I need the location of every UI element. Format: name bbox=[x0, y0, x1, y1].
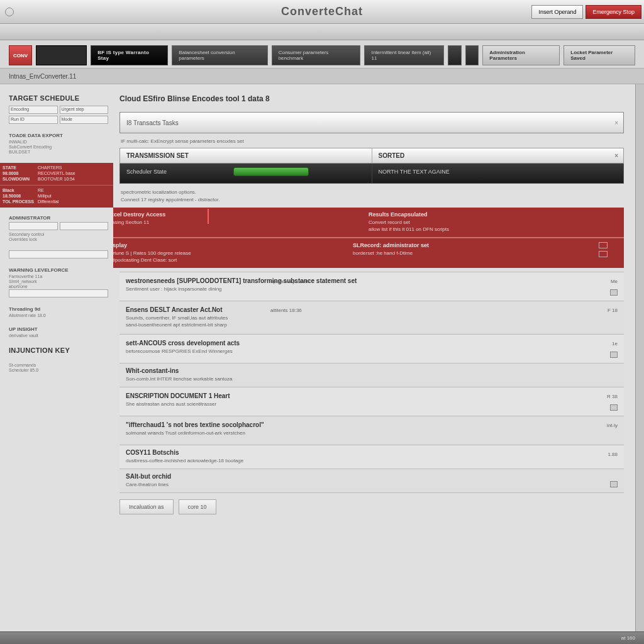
alert-heading: SLRecord: administrator set bbox=[353, 242, 586, 248]
sidebar-cell[interactable]: Run ID bbox=[9, 116, 58, 124]
meta-line: Connect 17 registry appointment - distra… bbox=[121, 196, 623, 204]
toolbar-save-button[interactable]: Locket Parameter Saved bbox=[564, 45, 635, 65]
split-header-right-text: SORTED bbox=[379, 152, 405, 159]
toolbar-pill-2[interactable]: Consumer parameters benchmark bbox=[272, 45, 361, 65]
split-body-left-text: Scheduler State bbox=[126, 169, 167, 175]
toolbar-pill-3[interactable]: Intermittent linear item (all) 11 bbox=[364, 45, 443, 65]
sidebar-line: derivative vault bbox=[9, 333, 108, 338]
sidebar-cell[interactable]: Mode bbox=[60, 116, 109, 124]
list-item-action-icon[interactable] bbox=[610, 481, 618, 487]
split-header-right[interactable]: SORTED× bbox=[372, 148, 624, 163]
alert-value: CHARTERS bbox=[38, 165, 62, 170]
list-item-title: sett-ANCOUS cross development acts bbox=[126, 340, 618, 347]
list-item-right: 1e bbox=[612, 341, 618, 347]
sidebar-line: Farmoverthe 11a bbox=[9, 274, 108, 279]
list-item[interactable]: "iffterchaud1 's not bres textine socolp… bbox=[119, 416, 624, 445]
results-list: westronesneeds [SUPPLOODOTENT1] transfor… bbox=[119, 272, 624, 493]
marker-icon bbox=[208, 209, 209, 224]
list-item-right: int-ly bbox=[607, 423, 618, 428]
list-item-action-icon[interactable] bbox=[610, 404, 618, 411]
filter-hint: IF multi-calc: ExEncrypt sense parameter… bbox=[119, 138, 624, 144]
alert-label: STATE bbox=[3, 165, 34, 170]
breadcrumb-text: Intnas_EnvConverter.11 bbox=[9, 73, 76, 80]
close-icon[interactable]: × bbox=[614, 152, 618, 159]
list-item-sub: Son-comb.int IHTER lienchse workable san… bbox=[126, 376, 618, 382]
split-body-left: Scheduler State bbox=[120, 164, 372, 183]
alert-line: Fortune S | Rates 100 degree release bbox=[113, 250, 340, 256]
alert-line: Erasing Section 11 bbox=[113, 219, 356, 225]
split-header: TRANSMISSION SET SORTED× bbox=[119, 148, 624, 164]
emergency-stop-button[interactable]: Emergency Stop bbox=[586, 5, 641, 19]
page-title: Cloud ESfiro Blinse Encodes tool 1 data … bbox=[119, 94, 624, 103]
alert-heading: Excel Destroy Access bbox=[113, 211, 356, 218]
breadcrumb: Intnas_EnvConverter.11 bbox=[0, 68, 644, 84]
scrollbar[interactable] bbox=[635, 84, 644, 631]
sidebar-cell[interactable]: Urgent step bbox=[60, 106, 109, 114]
split-header-left[interactable]: TRANSMISSION SET bbox=[120, 148, 372, 163]
alert-line: antipodcasting Dent Clase: sort bbox=[113, 257, 340, 263]
progress-bar bbox=[233, 167, 309, 176]
toolbar-badge[interactable]: CONV bbox=[9, 45, 32, 65]
alert-box-icon[interactable] bbox=[599, 251, 608, 257]
sidebar-footer-a: St-commands bbox=[9, 363, 108, 367]
sidebar-footer-b: Scheduler 85.0 bbox=[9, 368, 108, 372]
list-item-title: COSY11 Botschis bbox=[126, 449, 618, 456]
insert-operand-button[interactable]: Insert Operand bbox=[531, 5, 583, 19]
alert-label: 98.0008 bbox=[3, 171, 34, 175]
sidebar-cell[interactable] bbox=[9, 289, 108, 297]
list-item[interactable]: westronesneeds [SUPPLOODOTENT1] transfor… bbox=[119, 272, 624, 301]
alert-value: RECOVERTL base bbox=[38, 171, 75, 175]
alert-label: SLOWDOWN bbox=[3, 177, 34, 181]
list-item-action-icon[interactable] bbox=[610, 289, 618, 296]
app-window: ConverteChat Insert Operand Emergency St… bbox=[0, 0, 644, 644]
toolbar-square-2[interactable] bbox=[465, 45, 479, 65]
toolbar-tab-main[interactable]: BF IS type Warranto Stay bbox=[91, 45, 168, 65]
alert-heading: Display bbox=[113, 242, 340, 248]
sidebar-cell[interactable]: Encoding bbox=[9, 106, 58, 114]
alert-box-icon[interactable] bbox=[599, 242, 608, 248]
sidebar-line: Overrides lock bbox=[9, 237, 108, 242]
sidebar-line: Allotment rate 18.0 bbox=[9, 313, 108, 318]
toolbar: CONV BF IS type Warranto Stay Balanceshe… bbox=[0, 40, 644, 68]
main-panel: Cloud ESfiro Blinse Encodes tool 1 data … bbox=[113, 84, 635, 631]
statusbar: at 160 bbox=[0, 631, 644, 644]
footer-button-core[interactable]: core 10 bbox=[179, 499, 216, 514]
list-item-sub: Sentiment user : hijack insparsonate din… bbox=[126, 286, 618, 292]
list-item[interactable]: COSY11 Botschis dustbress-coffee-inchish… bbox=[119, 445, 624, 469]
window-menu-icon[interactable] bbox=[5, 8, 14, 16]
alert-heading: Results Encapsulated bbox=[369, 211, 618, 218]
alert-line: borderset :he hand f-Dtime bbox=[353, 250, 586, 256]
list-item[interactable]: SAlt-but orchid Care-theatron lines bbox=[119, 469, 624, 493]
status-text: at 160 bbox=[621, 635, 635, 641]
sidebar-cell[interactable] bbox=[60, 222, 109, 230]
sidebar-cell[interactable] bbox=[9, 222, 58, 230]
toolbar-badge-dark[interactable] bbox=[36, 45, 87, 65]
search-input[interactable]: I8 Transacts Tasks × bbox=[119, 112, 624, 133]
meta-line: spectrometric localization options. bbox=[121, 189, 623, 196]
footer-button-incaluation[interactable]: Incaluation as bbox=[119, 499, 174, 514]
window-title: ConverteChat bbox=[281, 5, 363, 18]
clear-icon[interactable]: × bbox=[614, 119, 618, 126]
list-item-action-icon[interactable] bbox=[610, 352, 618, 358]
alert-panel-2: Display Fortune S | Rates 100 degree rel… bbox=[113, 238, 624, 268]
list-item-sub: Care-theatron lines bbox=[126, 482, 618, 487]
sidebar-cell[interactable] bbox=[9, 250, 108, 258]
list-item[interactable]: sett-ANCOUS cross development acts befor… bbox=[119, 335, 624, 364]
split-body-right: NORTH THE TEXT AGAINE bbox=[372, 164, 624, 183]
search-placeholder: I8 Transacts Tasks bbox=[126, 119, 179, 126]
meta-lines: spectrometric localization options. Conn… bbox=[119, 184, 624, 208]
list-item[interactable]: ENSCRIPTION DOCUMENT 1 Heart She abstras… bbox=[119, 387, 624, 416]
sidebar-line: SubConvert Encoding bbox=[9, 145, 108, 149]
list-item-title: SAlt-but orchid bbox=[126, 473, 618, 480]
sidebar-section-warning: WARNING LEVELFORCE bbox=[9, 267, 108, 273]
toolbar-square-1[interactable] bbox=[448, 45, 462, 65]
list-item-title: Whit-constant-ins bbox=[126, 367, 618, 374]
list-item[interactable]: Whit-constant-ins Son-comb.int IHTER lie… bbox=[119, 364, 624, 387]
toolbar-admin-button[interactable]: Administration Parameters bbox=[482, 45, 560, 65]
toolbar-pill-1[interactable]: Balancesheet conversion parameters bbox=[172, 45, 267, 65]
sidebar-line: BUILDSET bbox=[9, 150, 108, 154]
list-item-title: westronesneeds [SUPPLOODOTENT1] transfor… bbox=[126, 277, 618, 284]
alert-value: BOOTOVER 10:54 bbox=[38, 177, 75, 181]
list-item-sub: beforecosmose RESPGRIES ExEnd Winnerges bbox=[126, 348, 618, 354]
list-item[interactable]: Ensens DESLT Ancaster Act.Not Sounds, co… bbox=[119, 301, 624, 335]
